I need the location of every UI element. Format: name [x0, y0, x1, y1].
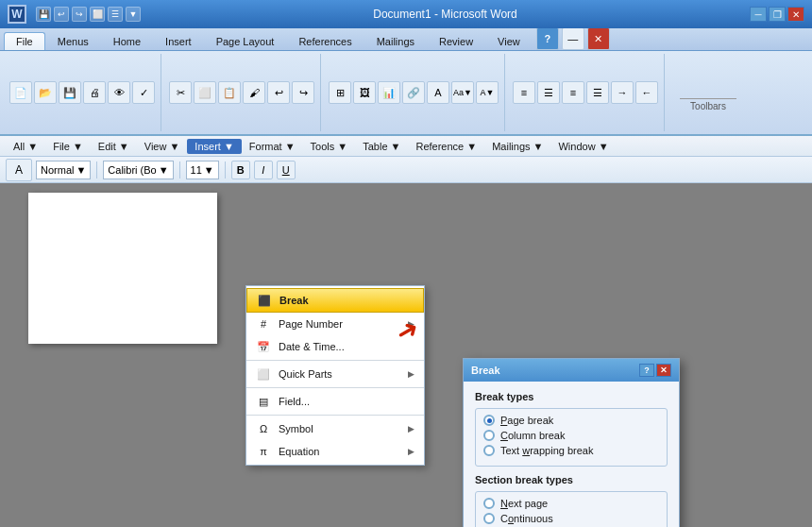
equation-arrow: ▶: [408, 447, 414, 456]
indent-more-icon[interactable]: →: [611, 81, 634, 104]
chart-icon[interactable]: 📊: [378, 81, 400, 104]
save-quick-btn[interactable]: 💾: [36, 7, 51, 22]
paste-icon[interactable]: 📋: [218, 81, 241, 104]
picture-icon[interactable]: 🖼: [353, 81, 376, 104]
align-right-icon[interactable]: ≡: [562, 81, 584, 104]
align-center-icon[interactable]: ☰: [537, 81, 560, 104]
close-ribbon-btn[interactable]: ✕: [587, 27, 610, 50]
radio-page-break[interactable]: Page break: [483, 415, 659, 426]
new-doc-icon[interactable]: 📄: [9, 81, 32, 104]
menu-insert[interactable]: Insert ▼: [187, 139, 241, 154]
close-button[interactable]: ✕: [787, 7, 804, 22]
radio-text-wrapping-circle[interactable]: [483, 445, 495, 456]
radio-column-break[interactable]: Column break: [483, 430, 659, 441]
document-page: [28, 193, 217, 344]
dialog-title: Break: [471, 365, 500, 376]
title-bar: W 💾 ↩ ↪ ⬜ ☰ ▼ Document1 - Microsoft Word…: [0, 0, 812, 28]
undo-quick-btn[interactable]: ↩: [54, 7, 69, 22]
tab-file[interactable]: File: [4, 32, 45, 50]
menu-item-break[interactable]: ⬛ Break: [246, 288, 424, 313]
menu-item-equation[interactable]: π Equation ▶: [246, 440, 424, 463]
justify-icon[interactable]: ☰: [586, 81, 609, 104]
radio-next-page[interactable]: Next page: [483, 498, 659, 509]
menu-view[interactable]: View ▼: [137, 139, 188, 154]
menu-mailings[interactable]: Mailings ▼: [484, 139, 550, 154]
radio-continuous-circle[interactable]: [483, 513, 495, 524]
menu-item-quick-parts[interactable]: ⬜ Quick Parts ▶: [246, 363, 424, 385]
radio-page-break-circle[interactable]: [483, 415, 495, 426]
italic-icon[interactable]: I: [254, 161, 273, 179]
menu-file[interactable]: File ▼: [45, 139, 91, 154]
aa-icon[interactable]: Aa▼: [451, 81, 474, 104]
section-break-label: Section break types: [475, 474, 668, 485]
text-icon[interactable]: A: [427, 81, 449, 104]
dialog-close-button[interactable]: ✕: [656, 364, 671, 377]
menu-sep-2: [246, 387, 424, 388]
preview-icon[interactable]: 👁: [108, 81, 130, 104]
menu-table[interactable]: Table ▼: [355, 139, 408, 154]
menu-item-field[interactable]: ▤ Field...: [246, 390, 424, 413]
style-dropdown[interactable]: Normal▼: [36, 161, 91, 179]
quick-access-toolbar: 💾 ↩ ↪ ⬜ ☰ ▼: [36, 7, 141, 22]
align-left-icon[interactable]: ≡: [513, 81, 535, 104]
break-types-group: Page break Column break Text wrapping br…: [475, 408, 668, 467]
menu-item-symbol[interactable]: Ω Symbol ▶: [246, 417, 424, 440]
link-icon[interactable]: 🔗: [402, 81, 425, 104]
dialog-title-bar: Break ? ✕: [464, 359, 679, 382]
radio-column-break-circle[interactable]: [483, 430, 495, 441]
radio-text-wrapping-break[interactable]: Text wrapping break: [483, 445, 659, 456]
tab-home[interactable]: Home: [101, 32, 153, 50]
copy-icon[interactable]: ⬜: [194, 81, 216, 104]
minimize-ribbon-btn[interactable]: —: [562, 27, 584, 50]
ab-icon[interactable]: A▼: [476, 81, 499, 104]
dialog-help-button[interactable]: ?: [639, 364, 654, 377]
tab-page-layout[interactable]: Page Layout: [204, 32, 287, 50]
help-icon[interactable]: ?: [536, 27, 559, 50]
open-icon[interactable]: 📂: [34, 81, 57, 104]
dropdown-quick-btn[interactable]: ▼: [126, 7, 141, 22]
menu-edit[interactable]: Edit ▼: [91, 139, 137, 154]
word-icon: W: [8, 5, 26, 24]
restore-button[interactable]: ❐: [769, 7, 786, 22]
ribbon-group-file: 📄 📂 💾 🖨 👁 ✓: [4, 54, 161, 131]
page-number-icon: #: [256, 316, 271, 332]
menu-format[interactable]: Format ▼: [242, 139, 303, 154]
cut-icon[interactable]: ✂: [169, 81, 192, 104]
quick-parts-icon: ⬜: [256, 366, 271, 382]
print-quick-btn[interactable]: ⬜: [90, 7, 105, 22]
radio-next-page-circle[interactable]: [483, 498, 495, 509]
size-dropdown[interactable]: 11▼: [186, 161, 219, 179]
redo-icon[interactable]: ↪: [292, 81, 314, 104]
tab-view[interactable]: View: [485, 32, 533, 50]
redo-quick-btn[interactable]: ↪: [72, 7, 87, 22]
tab-menus[interactable]: Menus: [45, 32, 101, 50]
menu-item-date-time[interactable]: 📅 Date & Time...: [246, 335, 424, 358]
tab-review[interactable]: Review: [427, 32, 485, 50]
print-icon[interactable]: 🖨: [83, 81, 106, 104]
indent-less-icon[interactable]: ←: [635, 81, 658, 104]
break-types-label: Break types: [475, 391, 668, 402]
menu-reference[interactable]: Reference ▼: [408, 139, 484, 154]
undo-icon[interactable]: ↩: [267, 81, 290, 104]
table-icon[interactable]: ⊞: [329, 81, 351, 104]
tab-mailings[interactable]: Mailings: [364, 32, 427, 50]
font-dropdown[interactable]: Calibri (Bo▼: [103, 161, 173, 179]
minimize-button[interactable]: ─: [750, 7, 767, 22]
menu-tools[interactable]: Tools ▼: [303, 139, 356, 154]
format-paint-icon[interactable]: 🖌: [243, 81, 265, 104]
bold-icon[interactable]: B: [231, 161, 250, 179]
customize-quick-btn[interactable]: ☰: [108, 7, 123, 22]
radio-continuous[interactable]: Continuous: [483, 513, 659, 524]
tab-references[interactable]: References: [286, 32, 364, 50]
quick-parts-arrow: ▶: [408, 369, 414, 379]
check-icon[interactable]: ✓: [132, 81, 155, 104]
tab-insert[interactable]: Insert: [153, 32, 204, 50]
menu-all[interactable]: All ▼: [6, 139, 45, 154]
underline-icon[interactable]: U: [277, 161, 296, 179]
menu-bar: All ▼ File ▼ Edit ▼ View ▼ Insert ▼ Form…: [0, 136, 812, 157]
menu-window[interactable]: Window ▼: [550, 139, 616, 154]
styles-icon[interactable]: A: [6, 159, 32, 181]
window-controls: ─ ❐ ✕: [750, 7, 804, 22]
format-sep-1: [96, 162, 97, 178]
save-icon[interactable]: 💾: [59, 81, 81, 104]
